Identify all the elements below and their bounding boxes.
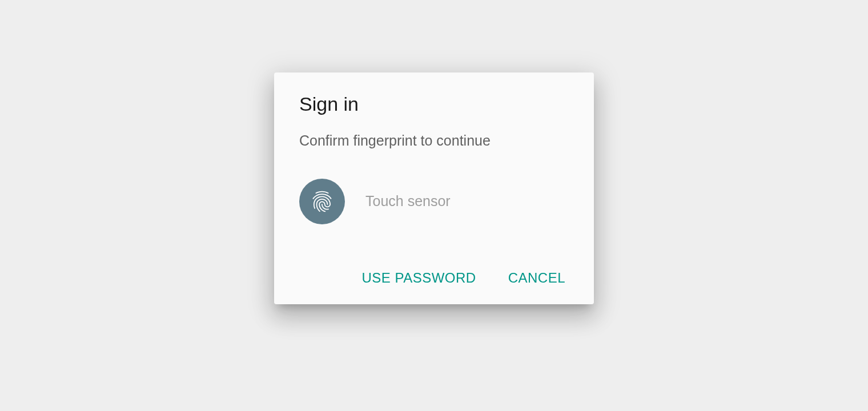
dialog-subtitle: Confirm fingerprint to continue: [299, 131, 569, 150]
sensor-row: Touch sensor: [299, 179, 569, 224]
sign-in-dialog: Sign in Confirm fingerprint to continue …: [274, 72, 594, 304]
use-password-button[interactable]: USE PASSWORD: [359, 265, 478, 291]
dialog-title: Sign in: [299, 93, 569, 115]
fingerprint-icon[interactable]: [299, 179, 345, 224]
cancel-button[interactable]: CANCEL: [506, 265, 568, 291]
sensor-label: Touch sensor: [365, 193, 451, 209]
dialog-actions: USE PASSWORD CANCEL: [299, 265, 569, 291]
fingerprint-icon-svg: [310, 189, 335, 214]
